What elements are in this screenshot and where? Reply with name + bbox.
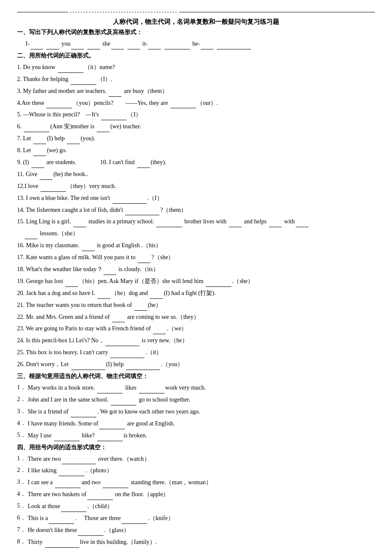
top-dashes: ----------------------------------------	[70, 9, 178, 15]
page-title: 人称代词，物主代词，名词单复数和一般疑问句复习练习题	[17, 18, 375, 26]
section2-item-24: 25. This box is too heavy. I can't carry…	[17, 347, 375, 358]
section4-item-4: 4． There are two baskets of on the floor…	[17, 489, 375, 500]
section3-header: 三、根据句意用适当的人称代词、物主代词填空：	[17, 373, 375, 380]
section4-item-8: 8． Thirty live in this building.（family）…	[17, 536, 375, 548]
section2-item-15: 16. Mike is my classmate. is good at Eng…	[17, 240, 375, 251]
section4-item-5: 5． Look at those .（child）	[17, 500, 375, 512]
section2-item-11: 12.I love （they）very much.	[17, 180, 375, 192]
section2-item-7: 7. Let (I) help (you).	[17, 133, 375, 144]
section2-item-5: 5. —Whose is this pencil? —It's （I）	[17, 109, 375, 120]
section2-item-21: 22. Mr. and Mrs. Green and a friend of a…	[17, 311, 375, 323]
section4-item-2: 2． I like taking .（photo）	[17, 465, 375, 476]
section2-item-2: 2. Thanks for helping （I）.	[17, 73, 375, 85]
section2-item-1: 1. Do you know （it）name?	[17, 61, 375, 73]
section4-item-6: 6． This is a . Those are three .（knife）	[17, 512, 375, 524]
section2-item-12: 13. I own a blue bike. The red one isn't…	[17, 192, 375, 204]
section3-item-4: 4． I have many friends. Some of are good…	[17, 418, 375, 429]
section2-item-23: 24. Is this pencil-box Li Lei's? No， is …	[17, 335, 375, 346]
section1-row: I- you she it- he-	[26, 38, 375, 49]
section2-item-13: 14. The fishermen caught a lot of fish, …	[17, 204, 375, 216]
section2-item-3: 3. My father and mother are teachers. ar…	[17, 85, 375, 97]
section2-header: 二、用所给代词的正确形式。	[17, 52, 375, 60]
section2-item-16: 17. Kate wants a glass of milk. Will you…	[17, 251, 375, 263]
section2-item-9: 9. (I) are students. 10. I can't find (t…	[17, 156, 375, 168]
section2-item-6: 6. (Ann 安)mother is (we) teacher.	[17, 121, 375, 132]
section4-item-7: 7． He doesn't like these .（glass）	[17, 524, 375, 536]
section3-item-1: 1． Mary works in a book store. likes wor…	[17, 382, 375, 393]
top-separator: ----------------------------------------	[17, 9, 375, 15]
section2-item-8: 8. Let (we) go.	[17, 145, 375, 156]
section2-item-18: 19. George has lost （his）pen. Ask Mary i…	[17, 275, 375, 287]
section3-item-5: 5． May I use bike? is broken.	[17, 430, 375, 441]
section3-item-3: 3． She is a friend of . We got to know e…	[17, 406, 375, 417]
section2-item-25: 26. Don't worry，Let (I) help .（you）	[17, 358, 375, 370]
section2-item-20: 21. The teacher wants you to return that…	[17, 299, 375, 311]
section2-item-19: 20. Jack has a dog and so have I. （he）do…	[17, 287, 375, 299]
section2-item-4: 4.Are these （you）pencils? ——Yes, they ar…	[17, 97, 375, 109]
section2-item-22: 23. We are going to Paris to stay with a…	[17, 323, 375, 334]
section2-item-10: 11. Give (he) the book..	[17, 168, 375, 180]
section2-item-14b: lessons.（she）	[24, 228, 375, 239]
section2-item-14: 15. Ling Ling is a girl. studies in a pr…	[17, 216, 375, 227]
section4-item-3: 3． I can see a and two standing there.（m…	[17, 477, 375, 488]
section4-header: 四、用括号内词的适当形式填空：	[17, 444, 375, 451]
section4-item-1: 1． There are two over there.（watch）	[17, 453, 375, 465]
section2-item-17: 18. What's the weather like today？ is cl…	[17, 263, 375, 275]
section1-header: 一、写出下列人称代词的复数形式及宾格形式：	[17, 29, 375, 36]
section3-item-2: 2． John and I are in the same school. go…	[17, 394, 375, 405]
